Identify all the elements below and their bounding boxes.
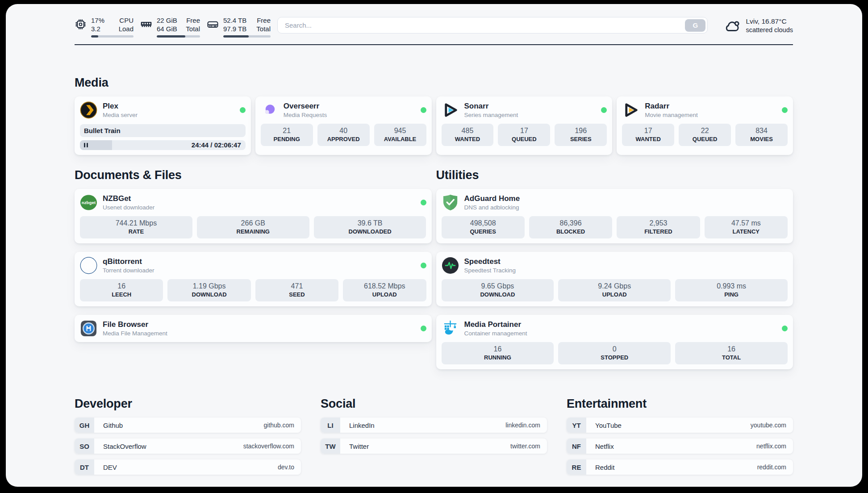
link-row-stackoverflow[interactable]: SO StackOverflow stackoverflow.com: [75, 439, 301, 454]
app-subtitle: Usenet downloader: [103, 204, 154, 211]
stat-box: 0.993 ms PING: [675, 279, 788, 301]
stat-value-secondary: 97.9 TB: [223, 25, 246, 33]
dashboard-panel: 17% 3.2 CPU Load 22 GiB 64 GiB Free Tota…: [6, 4, 862, 487]
stat-label-secondary: Load: [119, 25, 134, 33]
link-row-linkedin[interactable]: LI LinkedIn linkedin.com: [321, 418, 547, 433]
section-title-utilities: Utilities: [436, 168, 793, 182]
link-abbreviation-badge: LI: [321, 418, 340, 433]
stat-value: 485: [443, 126, 492, 135]
stat-value: 22: [680, 126, 729, 135]
stat-box: 21 PENDING: [261, 124, 313, 146]
section-title-developer: Developer: [75, 397, 301, 411]
app-card-nzbget[interactable]: nzbget NZBGet Usenet downloader 744.21 M…: [75, 189, 432, 243]
app-stats: 9.65 Gbps DOWNLOAD 9.24 Gbps UPLOAD 0.99…: [442, 279, 788, 301]
stat-label: DOWNLOAD: [169, 291, 249, 298]
link-row-dev[interactable]: DT DEV dev.to: [75, 460, 301, 475]
stat-value: 39.6 TB: [316, 219, 425, 228]
status-dot: [782, 107, 788, 113]
stat-box: 744.21 Mbps RATE: [80, 216, 192, 238]
pause-icon[interactable]: [84, 143, 88, 147]
link-row-reddit[interactable]: RE Reddit reddit.com: [567, 460, 793, 475]
svg-text:qb: qb: [85, 262, 93, 269]
header-divider: [75, 44, 793, 45]
stat-box: 498,508 QUERIES: [442, 216, 525, 238]
stat-box: 9.24 Gbps UPLOAD: [558, 279, 671, 301]
app-subtitle: Movie management: [645, 111, 698, 119]
stat-label: REMAINING: [199, 228, 308, 235]
link-url: stackoverflow.com: [243, 443, 294, 450]
app-stats: 744.21 Mbps RATE 266 GB REMAINING 39.6 T…: [80, 216, 426, 238]
app-card-adguard-home[interactable]: AdGuard Home DNS and adblocking 498,508 …: [436, 189, 793, 243]
cloud-icon: [724, 18, 741, 33]
app-title: File Browser: [103, 320, 167, 329]
stat-value: 471: [257, 282, 337, 291]
link-row-netflix[interactable]: NF Netflix netflix.com: [567, 439, 793, 454]
radarr-icon: [622, 101, 639, 119]
app-stats: 21 PENDING 40 APPROVED 945 AVAILABLE: [261, 124, 426, 146]
stat-value: 0.993 ms: [677, 282, 786, 291]
app-card-overseerr[interactable]: Overseerr Media Requests 21 PENDING 40 A…: [255, 96, 432, 155]
link-url: github.com: [264, 422, 294, 429]
app-subtitle: DNS and adblocking: [464, 204, 520, 211]
entertainment-links: YT YouTube youtube.com NF Netflix netfli…: [567, 418, 793, 475]
stat-value: 498,508: [443, 219, 523, 228]
stat-label: MOVIES: [737, 135, 786, 143]
app-subtitle: Media Requests: [284, 111, 327, 119]
cpu-icon: [75, 18, 87, 30]
stat-value: 1.19 Gbps: [169, 282, 249, 291]
link-abbreviation-badge: NF: [567, 439, 586, 454]
stat-value: 17: [624, 126, 672, 135]
link-name: Github: [103, 422, 123, 429]
stat-box: 16 TOTAL: [675, 342, 788, 364]
app-stats: 17 WANTED 22 QUEUED 834 MOVIES: [622, 124, 788, 146]
stat-box: 834 MOVIES: [735, 124, 788, 146]
link-name: Twitter: [349, 443, 369, 450]
link-row-youtube[interactable]: YT YouTube youtube.com: [567, 418, 793, 433]
stat-label-primary: Free: [256, 16, 271, 25]
stat-value: 744.21 Mbps: [82, 219, 191, 228]
app-card-radarr[interactable]: Radarr Movie management 17 WANTED 22 QUE…: [617, 96, 793, 155]
search-input[interactable]: [278, 21, 685, 29]
stat-box: 196 SERIES: [555, 124, 607, 146]
stat-label: UPLOAD: [345, 291, 424, 298]
stat-label: LEECH: [82, 291, 161, 298]
search-engine-button[interactable]: G: [685, 19, 705, 32]
app-card-sonarr[interactable]: Sonarr Series management 485 WANTED 17 Q…: [436, 96, 613, 155]
stat-label: BLOCKED: [531, 228, 610, 235]
link-url: dev.to: [278, 464, 294, 471]
section-utilities: Utilities AdGuard Home DNS and adblockin…: [436, 168, 793, 369]
link-row-github[interactable]: GH Github github.com: [75, 418, 301, 433]
stat-label-primary: CPU: [119, 16, 134, 25]
stat-value: 40: [319, 126, 368, 135]
stat-progress-track: [91, 35, 134, 38]
section-social: Social LI LinkedIn linkedin.com TW Twitt…: [321, 397, 547, 475]
link-abbreviation-badge: DT: [75, 460, 94, 475]
stat-progress-fill: [91, 35, 98, 38]
app-stats: 485 WANTED 17 QUEUED 196 SERIES: [442, 124, 607, 146]
app-title: Plex: [103, 101, 138, 111]
link-abbreviation-badge: SO: [75, 439, 94, 454]
link-row-twitter[interactable]: TW Twitter twitter.com: [321, 439, 547, 454]
link-url: linkedin.com: [505, 422, 540, 429]
stat-progress-track: [223, 35, 271, 38]
stat-box: 2,953 FILTERED: [617, 216, 700, 238]
app-subtitle: Series management: [464, 111, 518, 119]
stat-label: APPROVED: [319, 135, 368, 143]
stat-box: 0 STOPPED: [558, 342, 671, 364]
now-playing-bar[interactable]: Bullet Train: [80, 124, 246, 137]
now-playing-title: Bullet Train: [84, 127, 121, 134]
weather-location-temp: Lviv, 16.87°C: [746, 17, 793, 26]
stat-label: QUEUED: [500, 135, 548, 143]
app-card-plex[interactable]: Plex Media server Bullet Train 24:44 / 0…: [75, 96, 251, 155]
app-card-speedtest[interactable]: Speedtest Speedtest Tracking 9.65 Gbps D…: [436, 252, 793, 306]
app-card-file-browser[interactable]: File Browser Media File Management: [75, 315, 432, 342]
stat-progress-track: [157, 35, 200, 38]
app-card-media-portainer[interactable]: Media Portainer Container management 16 …: [436, 315, 793, 369]
playback-progress-bar[interactable]: 24:44 / 02:06:47: [80, 140, 246, 150]
ram-icon: [140, 18, 152, 30]
search-bar[interactable]: G: [277, 17, 708, 33]
stat-value: 834: [737, 126, 786, 135]
link-url: youtube.com: [751, 422, 786, 429]
app-card-qbittorrent[interactable]: qb qBittorrent Torrent downloader 16 LEE…: [75, 252, 432, 306]
stat-value-primary: 52.4 TB: [223, 16, 246, 25]
